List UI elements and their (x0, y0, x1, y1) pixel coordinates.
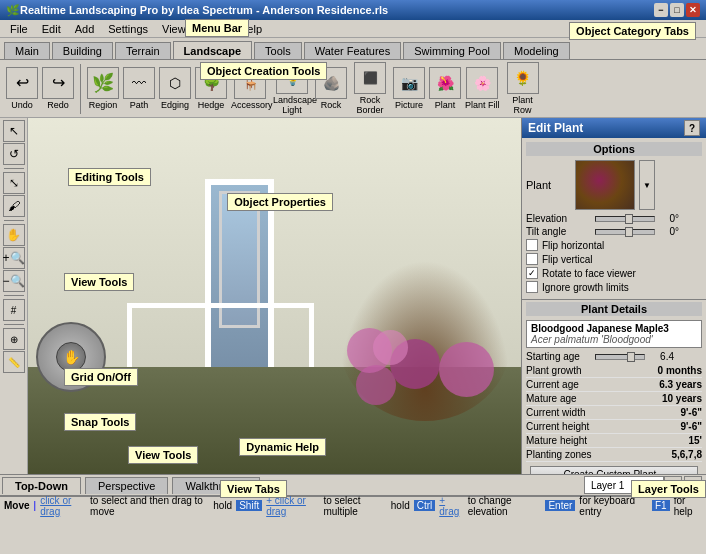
plant-button[interactable]: 🌺 (429, 67, 461, 99)
ctrl-key-badge: Ctrl (414, 500, 436, 511)
tab-perspective[interactable]: Perspective (85, 477, 168, 494)
flip-horizontal-checkbox[interactable] (526, 239, 538, 251)
viewport[interactable]: ✋ Editing Tools View Tools Grid On/Off S… (28, 118, 521, 474)
starting-age-value: 6.4 (649, 351, 674, 362)
plant-fill-label: Plant Fill (465, 101, 500, 111)
object-properties-callout: Object Properties (227, 193, 333, 211)
tab-tools[interactable]: Tools (254, 42, 302, 59)
panel-title: Edit Plant (528, 121, 583, 135)
left-sep-1 (4, 168, 24, 169)
planting-zones-label: Planting zones (526, 449, 592, 460)
flip-vertical-checkbox[interactable] (526, 253, 538, 265)
tab-terrain[interactable]: Terrain (115, 42, 171, 59)
menu-settings[interactable]: Settings (102, 22, 154, 36)
edging-button[interactable]: ⬡ (159, 67, 191, 99)
mature-age-row: Mature age 10 years (526, 392, 702, 406)
tab-landscape[interactable]: Landscape (173, 41, 252, 59)
panel-header: Edit Plant ? (522, 118, 706, 138)
close-button[interactable]: ✕ (686, 3, 700, 17)
picture-button[interactable]: 📷 (393, 67, 425, 99)
select-tool-button[interactable]: ↖ (3, 120, 25, 142)
rotate-face-label: Rotate to face viewer (542, 268, 636, 279)
minimize-button[interactable]: − (654, 3, 668, 17)
plant-fill-button[interactable]: 🌸 (466, 67, 498, 99)
grid-toggle-button[interactable]: # (3, 299, 25, 321)
elevation-thumb (625, 214, 633, 224)
region-label: Region (89, 101, 118, 111)
zoom-in-button[interactable]: +🔍 (3, 247, 25, 269)
flip-horizontal-label: Flip horizontal (542, 240, 604, 251)
starting-age-row: Starting age 6.4 (526, 351, 702, 362)
plant-growth-label: Plant growth (526, 365, 582, 376)
plant-thumbnail[interactable] (575, 160, 635, 210)
measure-button[interactable]: 📏 (3, 351, 25, 373)
mature-age-value: 10 years (662, 393, 702, 404)
flower-4 (439, 342, 494, 397)
rock-label: Rock (321, 101, 342, 111)
plant-common-name: Bloodgood Japanese Maple3 (531, 323, 697, 334)
plant-growth-value: 0 months (658, 365, 702, 376)
menu-add[interactable]: Add (69, 22, 101, 36)
rotate-face-checkbox[interactable]: ✓ (526, 267, 538, 279)
status-to-change: to change elevation (468, 495, 542, 517)
panel-help-button[interactable]: ? (684, 120, 700, 136)
left-sep-3 (4, 295, 24, 296)
menu-edit[interactable]: Edit (36, 22, 67, 36)
tilt-slider[interactable] (595, 229, 655, 235)
app-title: Realtime Landscaping Pro by Idea Spectru… (20, 4, 388, 16)
snap-button[interactable]: ⊕ (3, 328, 25, 350)
rotate-face-row: ✓ Rotate to face viewer (526, 267, 702, 279)
accessory-label: Accessory (231, 101, 269, 111)
view-tabs-callout: View Tabs (220, 480, 287, 498)
window-controls: − □ ✕ (654, 3, 700, 17)
pan-tool-button[interactable]: ✋ (3, 224, 25, 246)
starting-age-slider[interactable] (595, 354, 645, 360)
tab-top-down[interactable]: Top-Down (2, 477, 81, 494)
object-category-tabs-callout: Object Category Tabs (569, 22, 696, 40)
tab-water-features[interactable]: Water Features (304, 42, 401, 59)
app-icon: 🌿 (6, 4, 20, 17)
plant-row-button[interactable]: 🌻 (507, 62, 539, 94)
redo-button[interactable]: ↪ (42, 67, 74, 99)
left-toolbar: ↖ ↺ ⤡ 🖌 ✋ +🔍 −🔍 # ⊕ 📏 (0, 118, 28, 474)
tab-main[interactable]: Main (4, 42, 50, 59)
picture-group: 📷 Picture (393, 67, 425, 111)
shift-key-badge: Shift (236, 500, 262, 511)
current-width-row: Current width 9'-6" (526, 406, 702, 420)
current-height-value: 9'-6" (680, 421, 702, 432)
plant-growth-row: Plant growth 0 months (526, 364, 702, 378)
plant-image (576, 161, 634, 209)
tab-modeling[interactable]: Modeling (503, 42, 570, 59)
current-height-row: Current height 9'-6" (526, 420, 702, 434)
current-width-value: 9'-6" (680, 407, 702, 418)
flower-bed (339, 260, 512, 420)
path-button[interactable]: 〰 (123, 67, 155, 99)
plant-dropdown-button[interactable]: ▼ (639, 160, 655, 210)
mature-age-label: Mature age (526, 393, 577, 404)
mature-height-row: Mature height 15' (526, 434, 702, 448)
tab-building[interactable]: Building (52, 42, 113, 59)
ignore-growth-checkbox[interactable] (526, 281, 538, 293)
left-sep-4 (4, 324, 24, 325)
flower-5 (373, 330, 408, 365)
undo-button[interactable]: ↩ (6, 67, 38, 99)
tab-swimming-pool[interactable]: Swimming Pool (403, 42, 501, 59)
view-tools-top-callout: View Tools (64, 273, 134, 291)
status-select-move: to select and then drag to move (90, 495, 209, 517)
menu-file[interactable]: File (4, 22, 34, 36)
maximize-button[interactable]: □ (670, 3, 684, 17)
current-age-label: Current age (526, 379, 579, 390)
plant-group: 🌺 Plant (429, 67, 461, 111)
elevation-slider[interactable] (595, 216, 655, 222)
title-bar: 🌿 Realtime Landscaping Pro by Idea Spect… (0, 0, 706, 20)
paint-tool-button[interactable]: 🖌 (3, 195, 25, 217)
current-height-label: Current height (526, 421, 589, 432)
zoom-out-button[interactable]: −🔍 (3, 270, 25, 292)
rotate-tool-button[interactable]: ↺ (3, 143, 25, 165)
tilt-row: Tilt angle 0° (526, 226, 702, 237)
region-button[interactable]: 🌿 (87, 67, 119, 99)
scale-tool-button[interactable]: ⤡ (3, 172, 25, 194)
plant-scientific-name: Acer palmatum 'Bloodgood' (531, 334, 697, 345)
rock-border-button[interactable]: ⬛ (354, 62, 386, 94)
flip-horizontal-row: Flip horizontal (526, 239, 702, 251)
